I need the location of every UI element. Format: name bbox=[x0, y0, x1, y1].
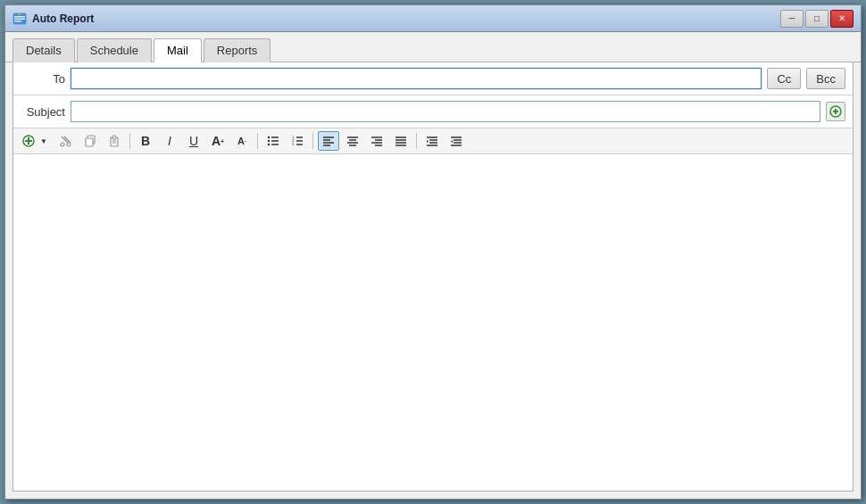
cc-button[interactable]: Cc bbox=[767, 68, 801, 89]
window-title: Auto Report bbox=[32, 12, 780, 25]
italic-button[interactable]: I bbox=[159, 131, 180, 151]
svg-point-21 bbox=[268, 136, 270, 138]
bcc-button[interactable]: Bcc bbox=[806, 68, 845, 89]
indent-less-button[interactable] bbox=[445, 131, 467, 151]
font-shrink-button[interactable]: A- bbox=[231, 131, 253, 151]
sep-2 bbox=[257, 133, 258, 149]
auto-report-window: Auto Report ─ □ ✕ Details Schedule Mail … bbox=[4, 4, 862, 500]
underline-button[interactable]: U bbox=[183, 131, 204, 151]
attach-icon[interactable] bbox=[826, 102, 845, 121]
align-right-button[interactable] bbox=[366, 131, 387, 151]
svg-point-23 bbox=[268, 144, 270, 145]
email-body-editor[interactable] bbox=[13, 154, 853, 491]
svg-marker-53 bbox=[427, 140, 429, 143]
bold-button[interactable]: B bbox=[135, 131, 156, 151]
align-left-button[interactable] bbox=[318, 131, 339, 151]
tab-bar: Details Schedule Mail Reports bbox=[5, 32, 861, 62]
copy-button[interactable] bbox=[79, 131, 101, 151]
to-label: To bbox=[21, 72, 65, 86]
svg-rect-18 bbox=[112, 136, 116, 139]
sep-4 bbox=[416, 133, 417, 149]
svg-rect-2 bbox=[14, 18, 25, 20]
tab-mail[interactable]: Mail bbox=[154, 38, 202, 62]
bullet-list-button[interactable] bbox=[262, 131, 284, 151]
mail-content: To Cc Bcc Subject bbox=[12, 62, 854, 492]
sep-3 bbox=[312, 133, 313, 149]
numbered-list-button[interactable]: 1. 2. 3. bbox=[287, 131, 308, 151]
window-icon bbox=[12, 12, 27, 26]
sep-1 bbox=[129, 133, 130, 149]
title-bar: Auto Report ─ □ ✕ bbox=[5, 5, 861, 32]
tab-details[interactable]: Details bbox=[12, 38, 75, 62]
subject-input[interactable] bbox=[71, 101, 820, 122]
justify-button[interactable] bbox=[390, 131, 412, 151]
svg-rect-1 bbox=[14, 16, 25, 18]
to-input[interactable] bbox=[71, 68, 762, 89]
window-controls: ─ □ ✕ bbox=[780, 10, 854, 28]
restore-button[interactable]: □ bbox=[805, 10, 829, 28]
to-row: To Cc Bcc bbox=[13, 62, 853, 95]
indent-more-button[interactable] bbox=[421, 131, 443, 151]
align-center-button[interactable] bbox=[342, 131, 363, 151]
svg-text:3.: 3. bbox=[292, 142, 295, 146]
svg-point-14 bbox=[67, 143, 71, 146]
tab-reports[interactable]: Reports bbox=[204, 38, 271, 62]
svg-marker-58 bbox=[451, 140, 453, 143]
subject-row: Subject bbox=[13, 95, 853, 128]
subject-label: Subject bbox=[21, 105, 65, 119]
svg-rect-16 bbox=[86, 138, 93, 146]
minimize-button[interactable]: ─ bbox=[780, 10, 804, 28]
font-grow-button[interactable]: A+ bbox=[207, 131, 229, 151]
svg-rect-3 bbox=[14, 21, 21, 22]
tab-schedule[interactable]: Schedule bbox=[77, 38, 152, 62]
insert-button-group: ▼ bbox=[19, 131, 49, 151]
cut-button[interactable] bbox=[55, 131, 77, 151]
close-button[interactable]: ✕ bbox=[830, 10, 854, 28]
svg-point-22 bbox=[268, 140, 270, 142]
formatting-toolbar: ▼ bbox=[13, 128, 853, 154]
insert-button[interactable] bbox=[19, 131, 38, 151]
insert-dropdown[interactable]: ▼ bbox=[38, 131, 49, 151]
paste-button[interactable] bbox=[104, 131, 125, 151]
svg-point-13 bbox=[61, 143, 64, 146]
